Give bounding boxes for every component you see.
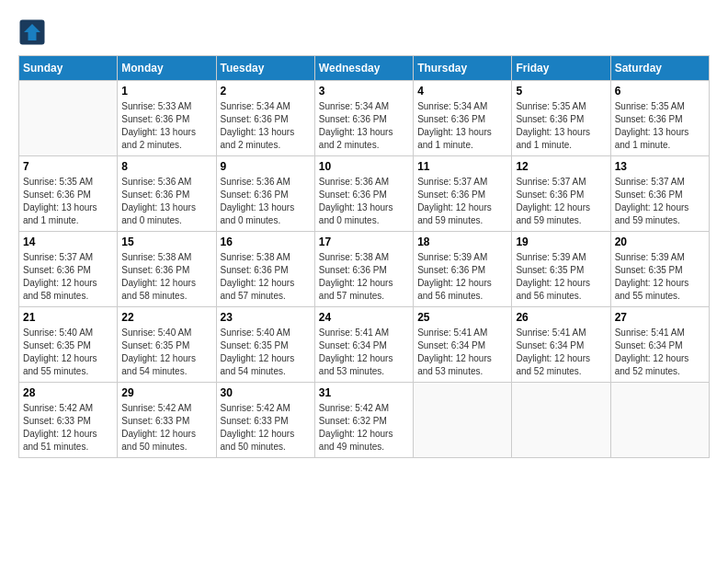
day-number: 29 xyxy=(121,386,211,399)
day-number: 28 xyxy=(23,386,113,399)
calendar-cell: 21Sunrise: 5:40 AMSunset: 6:35 PMDayligh… xyxy=(19,307,118,383)
logo xyxy=(18,18,50,46)
day-number: 8 xyxy=(121,160,211,173)
day-number: 9 xyxy=(221,160,311,173)
day-info: Sunrise: 5:41 AMSunset: 6:34 PMDaylight:… xyxy=(319,327,409,378)
day-info: Sunrise: 5:41 AMSunset: 6:34 PMDaylight:… xyxy=(417,327,507,378)
day-number: 17 xyxy=(319,236,409,248)
calendar-cell: 15Sunrise: 5:38 AMSunset: 6:36 PMDayligh… xyxy=(118,232,216,307)
day-info: Sunrise: 5:39 AMSunset: 6:35 PMDaylight:… xyxy=(516,251,606,303)
day-number: 11 xyxy=(417,160,507,173)
day-info: Sunrise: 5:38 AMSunset: 6:36 PMDaylight:… xyxy=(121,251,211,303)
calendar-cell: 5Sunrise: 5:35 AMSunset: 6:36 PMDaylight… xyxy=(512,81,610,156)
calendar-cell: 26Sunrise: 5:41 AMSunset: 6:34 PMDayligh… xyxy=(512,307,610,383)
calendar-cell: 1Sunrise: 5:33 AMSunset: 6:36 PMDaylight… xyxy=(118,81,216,156)
calendar-cell: 2Sunrise: 5:34 AMSunset: 6:36 PMDaylight… xyxy=(216,81,314,156)
day-header-thursday: Thursday xyxy=(414,56,512,81)
calendar-cell xyxy=(19,81,118,156)
day-number: 7 xyxy=(23,160,113,173)
day-number: 5 xyxy=(516,85,606,98)
day-number: 20 xyxy=(615,236,705,248)
calendar-cell: 18Sunrise: 5:39 AMSunset: 6:36 PMDayligh… xyxy=(414,232,512,307)
day-info: Sunrise: 5:35 AMSunset: 6:36 PMDaylight:… xyxy=(615,100,705,152)
day-number: 22 xyxy=(121,311,211,324)
calendar-cell: 29Sunrise: 5:42 AMSunset: 6:33 PMDayligh… xyxy=(118,383,216,458)
calendar-week-4: 21Sunrise: 5:40 AMSunset: 6:35 PMDayligh… xyxy=(19,307,710,383)
calendar-cell: 16Sunrise: 5:38 AMSunset: 6:36 PMDayligh… xyxy=(216,232,314,307)
calendar-cell: 25Sunrise: 5:41 AMSunset: 6:34 PMDayligh… xyxy=(414,307,512,383)
day-number: 14 xyxy=(23,236,113,248)
calendar-cell: 10Sunrise: 5:36 AMSunset: 6:36 PMDayligh… xyxy=(314,156,413,232)
calendar-cell: 20Sunrise: 5:39 AMSunset: 6:35 PMDayligh… xyxy=(610,232,709,307)
calendar-cell: 11Sunrise: 5:37 AMSunset: 6:36 PMDayligh… xyxy=(414,156,512,232)
calendar-cell: 27Sunrise: 5:41 AMSunset: 6:34 PMDayligh… xyxy=(610,307,709,383)
calendar-table: SundayMondayTuesdayWednesdayThursdayFrid… xyxy=(18,55,710,458)
day-info: Sunrise: 5:36 AMSunset: 6:36 PMDaylight:… xyxy=(121,176,211,227)
day-info: Sunrise: 5:35 AMSunset: 6:36 PMDaylight:… xyxy=(516,100,606,152)
day-number: 6 xyxy=(615,85,705,98)
day-info: Sunrise: 5:42 AMSunset: 6:33 PMDaylight:… xyxy=(121,402,211,454)
day-info: Sunrise: 5:35 AMSunset: 6:36 PMDaylight:… xyxy=(23,176,113,227)
day-info: Sunrise: 5:34 AMSunset: 6:36 PMDaylight:… xyxy=(221,100,311,152)
calendar-week-2: 7Sunrise: 5:35 AMSunset: 6:36 PMDaylight… xyxy=(19,156,710,232)
calendar-cell xyxy=(512,383,610,458)
calendar-cell: 30Sunrise: 5:42 AMSunset: 6:33 PMDayligh… xyxy=(216,383,314,458)
calendar-header-row: SundayMondayTuesdayWednesdayThursdayFrid… xyxy=(19,56,710,81)
day-info: Sunrise: 5:40 AMSunset: 6:35 PMDaylight:… xyxy=(121,327,211,378)
day-info: Sunrise: 5:37 AMSunset: 6:36 PMDaylight:… xyxy=(516,176,606,227)
calendar-cell xyxy=(414,383,512,458)
calendar-cell: 31Sunrise: 5:42 AMSunset: 6:32 PMDayligh… xyxy=(314,383,413,458)
calendar-week-3: 14Sunrise: 5:37 AMSunset: 6:36 PMDayligh… xyxy=(19,232,710,307)
day-number: 26 xyxy=(516,311,606,324)
calendar-cell: 23Sunrise: 5:40 AMSunset: 6:35 PMDayligh… xyxy=(216,307,314,383)
day-info: Sunrise: 5:34 AMSunset: 6:36 PMDaylight:… xyxy=(417,100,507,152)
day-number: 1 xyxy=(121,85,211,98)
logo-icon xyxy=(18,18,46,46)
calendar-cell: 14Sunrise: 5:37 AMSunset: 6:36 PMDayligh… xyxy=(19,232,118,307)
day-info: Sunrise: 5:39 AMSunset: 6:36 PMDaylight:… xyxy=(417,251,507,303)
day-info: Sunrise: 5:37 AMSunset: 6:36 PMDaylight:… xyxy=(417,176,507,227)
day-number: 15 xyxy=(121,236,211,248)
day-info: Sunrise: 5:41 AMSunset: 6:34 PMDaylight:… xyxy=(516,327,606,378)
day-number: 2 xyxy=(221,85,311,98)
calendar-cell: 28Sunrise: 5:42 AMSunset: 6:33 PMDayligh… xyxy=(19,383,118,458)
calendar-cell: 17Sunrise: 5:38 AMSunset: 6:36 PMDayligh… xyxy=(314,232,413,307)
day-header-sunday: Sunday xyxy=(19,56,118,81)
calendar-cell: 8Sunrise: 5:36 AMSunset: 6:36 PMDaylight… xyxy=(118,156,216,232)
day-info: Sunrise: 5:36 AMSunset: 6:36 PMDaylight:… xyxy=(319,176,409,227)
page-header xyxy=(18,18,710,46)
day-number: 30 xyxy=(221,386,311,399)
day-header-saturday: Saturday xyxy=(610,56,709,81)
calendar-cell: 24Sunrise: 5:41 AMSunset: 6:34 PMDayligh… xyxy=(314,307,413,383)
calendar-cell: 12Sunrise: 5:37 AMSunset: 6:36 PMDayligh… xyxy=(512,156,610,232)
day-info: Sunrise: 5:37 AMSunset: 6:36 PMDaylight:… xyxy=(23,251,113,303)
day-number: 4 xyxy=(417,85,507,98)
calendar-cell: 4Sunrise: 5:34 AMSunset: 6:36 PMDaylight… xyxy=(414,81,512,156)
calendar-week-1: 1Sunrise: 5:33 AMSunset: 6:36 PMDaylight… xyxy=(19,81,710,156)
day-info: Sunrise: 5:40 AMSunset: 6:35 PMDaylight:… xyxy=(23,327,113,378)
day-number: 18 xyxy=(417,236,507,248)
day-number: 13 xyxy=(615,160,705,173)
day-info: Sunrise: 5:37 AMSunset: 6:36 PMDaylight:… xyxy=(615,176,705,227)
calendar-cell xyxy=(610,383,709,458)
day-header-wednesday: Wednesday xyxy=(314,56,413,81)
day-info: Sunrise: 5:38 AMSunset: 6:36 PMDaylight:… xyxy=(319,251,409,303)
calendar-cell: 22Sunrise: 5:40 AMSunset: 6:35 PMDayligh… xyxy=(118,307,216,383)
day-info: Sunrise: 5:42 AMSunset: 6:32 PMDaylight:… xyxy=(319,402,409,454)
day-header-tuesday: Tuesday xyxy=(216,56,314,81)
calendar-cell: 19Sunrise: 5:39 AMSunset: 6:35 PMDayligh… xyxy=(512,232,610,307)
day-number: 27 xyxy=(615,311,705,324)
day-number: 23 xyxy=(221,311,311,324)
day-info: Sunrise: 5:41 AMSunset: 6:34 PMDaylight:… xyxy=(615,327,705,378)
day-number: 12 xyxy=(516,160,606,173)
day-info: Sunrise: 5:34 AMSunset: 6:36 PMDaylight:… xyxy=(319,100,409,152)
day-info: Sunrise: 5:40 AMSunset: 6:35 PMDaylight:… xyxy=(221,327,311,378)
day-number: 19 xyxy=(516,236,606,248)
day-number: 24 xyxy=(319,311,409,324)
day-number: 16 xyxy=(221,236,311,248)
calendar-week-5: 28Sunrise: 5:42 AMSunset: 6:33 PMDayligh… xyxy=(19,383,710,458)
calendar-cell: 7Sunrise: 5:35 AMSunset: 6:36 PMDaylight… xyxy=(19,156,118,232)
day-number: 10 xyxy=(319,160,409,173)
day-info: Sunrise: 5:38 AMSunset: 6:36 PMDaylight:… xyxy=(221,251,311,303)
day-number: 25 xyxy=(417,311,507,324)
